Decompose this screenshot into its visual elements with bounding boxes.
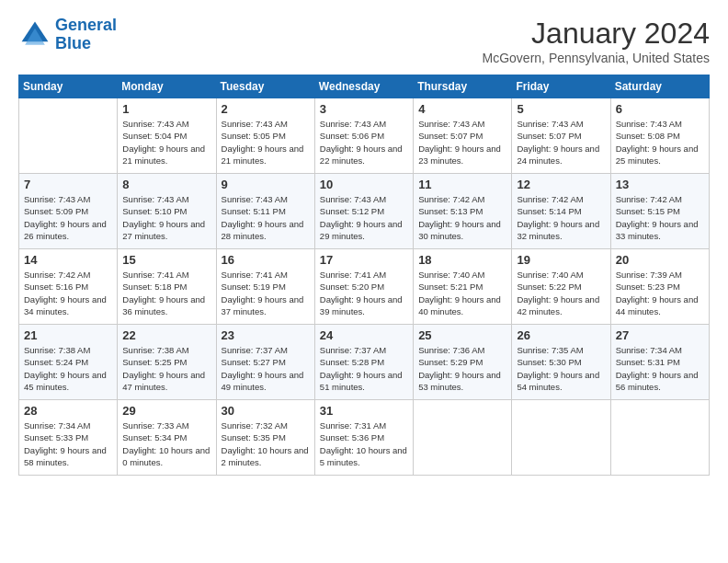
day-info: Sunrise: 7:43 AMSunset: 5:04 PMDaylight:…	[122, 118, 210, 167]
day-number: 10	[320, 178, 408, 191]
calendar-cell: 5 Sunrise: 7:43 AMSunset: 5:07 PMDayligh…	[512, 98, 610, 174]
calendar-cell: 4 Sunrise: 7:43 AMSunset: 5:07 PMDayligh…	[414, 98, 512, 174]
title-block: January 2024 McGovern, Pennsylvania, Uni…	[483, 17, 710, 65]
day-info: Sunrise: 7:37 AMSunset: 5:27 PMDaylight:…	[222, 344, 310, 393]
day-info: Sunrise: 7:40 AMSunset: 5:21 PMDaylight:…	[418, 269, 506, 317]
calendar-cell: 29 Sunrise: 7:33 AMSunset: 5:34 PMDaylig…	[118, 400, 216, 476]
day-info: Sunrise: 7:34 AMSunset: 5:33 PMDaylight:…	[24, 419, 112, 468]
day-info: Sunrise: 7:35 AMSunset: 5:30 PMDaylight:…	[517, 344, 605, 393]
day-info: Sunrise: 7:43 AMSunset: 5:08 PMDaylight:…	[616, 118, 704, 167]
day-info: Sunrise: 7:43 AMSunset: 5:09 PMDaylight:…	[24, 193, 112, 242]
day-number: 21	[24, 328, 112, 342]
calendar-cell	[414, 400, 512, 476]
day-number: 2	[222, 102, 310, 116]
day-number: 3	[320, 102, 408, 116]
calendar-cell	[610, 400, 709, 476]
calendar-cell: 30 Sunrise: 7:32 AMSunset: 5:35 PMDaylig…	[216, 400, 314, 476]
day-number: 11	[418, 178, 506, 191]
calendar-cell: 20 Sunrise: 7:39 AMSunset: 5:23 PMDaylig…	[610, 249, 709, 325]
day-number: 18	[418, 253, 506, 267]
day-number: 8	[122, 178, 210, 191]
day-info: Sunrise: 7:32 AMSunset: 5:35 PMDaylight:…	[222, 419, 310, 468]
day-info: Sunrise: 7:43 AMSunset: 5:07 PMDaylight:…	[418, 118, 506, 167]
day-number: 1	[122, 102, 210, 116]
calendar-week-3: 21 Sunrise: 7:38 AMSunset: 5:24 PMDaylig…	[19, 325, 710, 400]
calendar-title: January 2024	[483, 17, 710, 51]
day-number: 12	[517, 178, 605, 191]
calendar-cell: 31 Sunrise: 7:31 AMSunset: 5:36 PMDaylig…	[314, 400, 413, 476]
day-number: 17	[320, 253, 408, 267]
logo-line1: General	[55, 16, 117, 34]
day-info: Sunrise: 7:43 AMSunset: 5:11 PMDaylight:…	[222, 193, 310, 242]
day-info: Sunrise: 7:36 AMSunset: 5:29 PMDaylight:…	[418, 344, 506, 393]
calendar-table: Sunday Monday Tuesday Wednesday Thursday…	[18, 75, 710, 476]
header-friday: Friday	[512, 75, 610, 98]
calendar-cell	[512, 400, 610, 476]
day-number: 30	[222, 404, 310, 418]
calendar-week-0: 1 Sunrise: 7:43 AMSunset: 5:04 PMDayligh…	[19, 98, 710, 174]
day-info: Sunrise: 7:41 AMSunset: 5:19 PMDaylight:…	[222, 269, 310, 317]
day-info: Sunrise: 7:43 AMSunset: 5:07 PMDaylight:…	[517, 118, 605, 167]
calendar-cell: 15 Sunrise: 7:41 AMSunset: 5:18 PMDaylig…	[118, 249, 216, 325]
logo-text: General Blue	[55, 17, 117, 53]
calendar-cell	[19, 98, 118, 174]
header-tuesday: Tuesday	[216, 75, 314, 98]
header-thursday: Thursday	[414, 75, 512, 98]
calendar-cell: 6 Sunrise: 7:43 AMSunset: 5:08 PMDayligh…	[610, 98, 709, 174]
day-info: Sunrise: 7:41 AMSunset: 5:20 PMDaylight:…	[320, 269, 408, 317]
day-number: 16	[222, 253, 310, 267]
header-saturday: Saturday	[610, 75, 709, 98]
day-info: Sunrise: 7:38 AMSunset: 5:25 PMDaylight:…	[122, 344, 210, 393]
day-number: 13	[616, 178, 704, 191]
day-number: 14	[24, 253, 112, 267]
logo-line2: Blue	[55, 34, 91, 52]
calendar-cell: 11 Sunrise: 7:42 AMSunset: 5:13 PMDaylig…	[414, 174, 512, 249]
calendar-cell: 24 Sunrise: 7:37 AMSunset: 5:28 PMDaylig…	[314, 325, 413, 400]
day-number: 9	[222, 178, 310, 191]
calendar-cell: 27 Sunrise: 7:34 AMSunset: 5:31 PMDaylig…	[610, 325, 709, 400]
day-info: Sunrise: 7:42 AMSunset: 5:16 PMDaylight:…	[24, 269, 112, 317]
day-number: 27	[616, 328, 704, 342]
calendar-cell: 9 Sunrise: 7:43 AMSunset: 5:11 PMDayligh…	[216, 174, 314, 249]
calendar-cell: 14 Sunrise: 7:42 AMSunset: 5:16 PMDaylig…	[19, 249, 118, 325]
calendar-cell: 8 Sunrise: 7:43 AMSunset: 5:10 PMDayligh…	[118, 174, 216, 249]
day-info: Sunrise: 7:41 AMSunset: 5:18 PMDaylight:…	[122, 269, 210, 317]
day-number: 25	[418, 328, 506, 342]
logo-icon	[18, 18, 51, 52]
day-info: Sunrise: 7:33 AMSunset: 5:34 PMDaylight:…	[122, 419, 210, 468]
page: General Blue January 2024 McGovern, Penn…	[0, 0, 728, 485]
calendar-cell: 13 Sunrise: 7:42 AMSunset: 5:15 PMDaylig…	[610, 174, 709, 249]
day-number: 24	[320, 328, 408, 342]
calendar-cell: 12 Sunrise: 7:42 AMSunset: 5:14 PMDaylig…	[512, 174, 610, 249]
calendar-cell: 3 Sunrise: 7:43 AMSunset: 5:06 PMDayligh…	[314, 98, 413, 174]
calendar-cell: 25 Sunrise: 7:36 AMSunset: 5:29 PMDaylig…	[414, 325, 512, 400]
day-number: 4	[418, 102, 506, 116]
calendar-cell: 2 Sunrise: 7:43 AMSunset: 5:05 PMDayligh…	[216, 98, 314, 174]
calendar-cell: 23 Sunrise: 7:37 AMSunset: 5:27 PMDaylig…	[216, 325, 314, 400]
day-number: 26	[517, 328, 605, 342]
header: General Blue January 2024 McGovern, Penn…	[18, 17, 710, 65]
day-number: 15	[122, 253, 210, 267]
header-monday: Monday	[118, 75, 216, 98]
day-number: 20	[616, 253, 704, 267]
calendar-header-row: Sunday Monday Tuesday Wednesday Thursday…	[19, 75, 710, 98]
logo: General Blue	[18, 17, 117, 53]
day-info: Sunrise: 7:42 AMSunset: 5:14 PMDaylight:…	[517, 193, 605, 242]
day-info: Sunrise: 7:38 AMSunset: 5:24 PMDaylight:…	[24, 344, 112, 393]
day-info: Sunrise: 7:39 AMSunset: 5:23 PMDaylight:…	[616, 269, 704, 317]
calendar-cell: 28 Sunrise: 7:34 AMSunset: 5:33 PMDaylig…	[19, 400, 118, 476]
calendar-cell: 17 Sunrise: 7:41 AMSunset: 5:20 PMDaylig…	[314, 249, 413, 325]
day-info: Sunrise: 7:31 AMSunset: 5:36 PMDaylight:…	[320, 419, 408, 468]
calendar-week-2: 14 Sunrise: 7:42 AMSunset: 5:16 PMDaylig…	[19, 249, 710, 325]
day-info: Sunrise: 7:34 AMSunset: 5:31 PMDaylight:…	[616, 344, 704, 393]
day-info: Sunrise: 7:43 AMSunset: 5:10 PMDaylight:…	[122, 193, 210, 242]
day-number: 22	[122, 328, 210, 342]
day-number: 28	[24, 404, 112, 418]
calendar-cell: 22 Sunrise: 7:38 AMSunset: 5:25 PMDaylig…	[118, 325, 216, 400]
day-info: Sunrise: 7:40 AMSunset: 5:22 PMDaylight:…	[517, 269, 605, 317]
day-info: Sunrise: 7:43 AMSunset: 5:05 PMDaylight:…	[222, 118, 310, 167]
calendar-cell: 7 Sunrise: 7:43 AMSunset: 5:09 PMDayligh…	[19, 174, 118, 249]
calendar-subtitle: McGovern, Pennsylvania, United States	[483, 51, 710, 65]
calendar-week-4: 28 Sunrise: 7:34 AMSunset: 5:33 PMDaylig…	[19, 400, 710, 476]
day-info: Sunrise: 7:43 AMSunset: 5:06 PMDaylight:…	[320, 118, 408, 167]
